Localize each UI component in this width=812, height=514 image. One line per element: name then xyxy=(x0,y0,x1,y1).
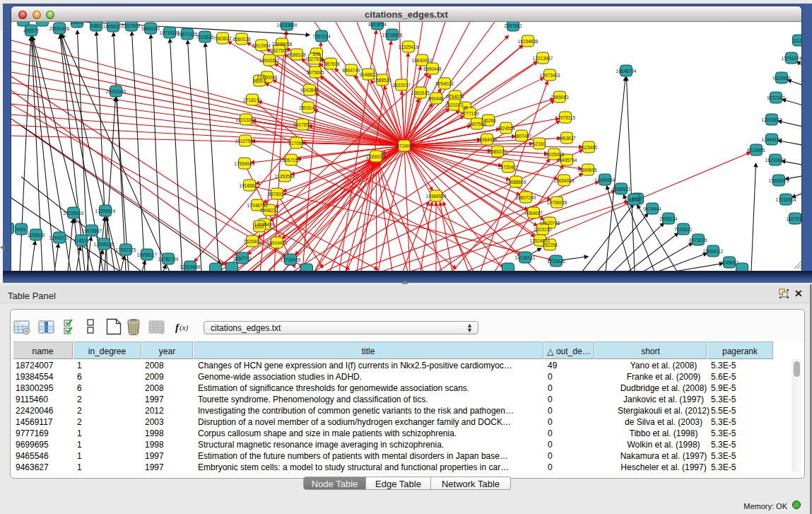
svg-text:546: 546 xyxy=(313,52,321,57)
svg-text:19384554: 19384554 xyxy=(426,194,447,199)
svg-text:7357224: 7357224 xyxy=(312,34,331,39)
svg-text:16210643: 16210643 xyxy=(765,158,786,163)
svg-text:20053346: 20053346 xyxy=(106,89,126,94)
svg-text:3822037: 3822037 xyxy=(392,83,411,88)
svg-text:11353594: 11353594 xyxy=(275,174,295,179)
svg-text:19975887: 19975887 xyxy=(82,228,102,233)
svg-text:8878334: 8878334 xyxy=(268,192,286,197)
svg-text:8427552: 8427552 xyxy=(293,122,312,127)
svg-text:16914479: 16914479 xyxy=(267,240,288,245)
svg-text:10025488: 10025488 xyxy=(544,152,565,157)
svg-text:20206516: 20206516 xyxy=(64,211,84,216)
svg-text:8454749: 8454749 xyxy=(342,68,360,73)
svg-text:19166827: 19166827 xyxy=(240,183,260,188)
svg-text:1733426: 1733426 xyxy=(547,259,565,264)
svg-text:16671385: 16671385 xyxy=(177,32,198,37)
svg-text:8660128: 8660128 xyxy=(233,37,251,42)
svg-text:17046755: 17046755 xyxy=(247,203,268,208)
svg-text:1588520: 1588520 xyxy=(373,78,392,83)
svg-text:9115460: 9115460 xyxy=(580,145,598,150)
svg-text:7632621: 7632621 xyxy=(674,227,693,232)
svg-text:12505135: 12505135 xyxy=(94,242,114,247)
svg-text:7515526: 7515526 xyxy=(196,35,214,40)
svg-text:9463627: 9463627 xyxy=(558,136,576,141)
svg-text:8938923: 8938923 xyxy=(612,187,630,192)
svg-text:17016504: 17016504 xyxy=(776,197,796,202)
svg-text:17957225: 17957225 xyxy=(116,247,136,252)
svg-text:10654112: 10654112 xyxy=(703,249,724,254)
svg-text:12213369: 12213369 xyxy=(236,117,257,122)
svg-text:15751074: 15751074 xyxy=(782,56,801,61)
svg-text:16033809: 16033809 xyxy=(277,23,298,28)
svg-text:62160: 62160 xyxy=(533,141,546,146)
svg-text:19218506: 19218506 xyxy=(382,33,403,37)
svg-text:2867608: 2867608 xyxy=(322,62,340,66)
svg-text:9327505: 9327505 xyxy=(270,48,288,53)
svg-text:6466160: 6466160 xyxy=(141,26,160,31)
svg-text:23226058: 23226058 xyxy=(272,42,293,47)
svg-text:17559924: 17559924 xyxy=(95,209,116,214)
svg-text:10107552: 10107552 xyxy=(235,139,256,144)
svg-text:15716485: 15716485 xyxy=(281,257,301,262)
svg-text:817006: 817006 xyxy=(288,141,304,146)
svg-text:14409354: 14409354 xyxy=(595,177,616,182)
svg-text:16648794: 16648794 xyxy=(616,69,637,74)
svg-text:9245652: 9245652 xyxy=(720,260,739,265)
svg-text:1362615: 1362615 xyxy=(411,90,430,95)
svg-text:7663822: 7663822 xyxy=(213,36,232,41)
svg-text:12444189: 12444189 xyxy=(762,137,782,142)
svg-text:11123: 11123 xyxy=(792,38,801,43)
svg-text:16640910: 16640910 xyxy=(412,58,433,63)
svg-text:6794028: 6794028 xyxy=(435,81,454,86)
svg-text:9657771: 9657771 xyxy=(233,256,252,261)
svg-text:9084067: 9084067 xyxy=(524,211,543,216)
svg-text:1621072: 1621072 xyxy=(445,103,464,107)
svg-text:990448: 990448 xyxy=(428,96,444,101)
svg-text:8186328: 8186328 xyxy=(288,52,306,57)
svg-text:15720407: 15720407 xyxy=(498,165,519,170)
svg-text:6871: 6871 xyxy=(629,197,640,202)
svg-text:18431: 18431 xyxy=(71,22,83,25)
svg-text:12923448: 12923448 xyxy=(180,264,201,269)
svg-text:9777169: 9777169 xyxy=(461,111,479,116)
svg-text:7485063: 7485063 xyxy=(551,95,569,100)
svg-text:12213967: 12213967 xyxy=(533,56,553,61)
svg-text:(x): (x) xyxy=(180,323,189,332)
svg-text:10120746: 10120746 xyxy=(540,221,560,226)
svg-text:10655267: 10655267 xyxy=(103,24,124,29)
svg-text:9146821: 9146821 xyxy=(359,72,377,77)
svg-text:16543382: 16543382 xyxy=(259,58,280,63)
svg-text:9361: 9361 xyxy=(91,23,102,28)
svg-text:6794028: 6794028 xyxy=(446,94,464,99)
svg-text:1156829: 1156829 xyxy=(28,233,45,238)
svg-text:2935114: 2935114 xyxy=(660,216,678,221)
svg-text:10688609: 10688609 xyxy=(506,180,526,185)
svg-text:9474444: 9474444 xyxy=(643,206,661,211)
svg-text:16782759: 16782759 xyxy=(158,257,179,262)
svg-text:3824554: 3824554 xyxy=(497,126,515,131)
svg-text:98901: 98901 xyxy=(253,78,266,83)
svg-text:18724007: 18724007 xyxy=(394,144,415,148)
svg-text:8912954: 8912954 xyxy=(252,43,271,48)
svg-text:9227342: 9227342 xyxy=(767,95,785,100)
svg-text:8990448: 8990448 xyxy=(423,66,442,71)
svg-text:15692971: 15692971 xyxy=(769,178,789,183)
svg-text:9129966: 9129966 xyxy=(772,76,791,81)
svg-text:20364436: 20364436 xyxy=(477,137,498,142)
svg-text:7886372: 7886372 xyxy=(488,149,507,154)
svg-text:15495794: 15495794 xyxy=(557,158,577,163)
svg-text:5061: 5061 xyxy=(16,227,27,232)
svg-text:1615152: 1615152 xyxy=(534,227,552,232)
svg-text:8498222: 8498222 xyxy=(260,208,278,213)
svg-text:2087682: 2087682 xyxy=(504,23,522,28)
svg-text:11325419: 11325419 xyxy=(399,45,419,49)
svg-text:252254: 252254 xyxy=(542,243,558,247)
svg-text:2718170: 2718170 xyxy=(243,98,261,103)
svg-text:3157: 3157 xyxy=(254,224,265,229)
svg-text:1167533: 1167533 xyxy=(787,216,801,221)
svg-text:12093872: 12093872 xyxy=(762,117,782,122)
svg-text:17654943: 17654943 xyxy=(235,161,255,166)
svg-text:20691406: 20691406 xyxy=(49,26,70,31)
svg-text:746266: 746266 xyxy=(481,118,496,123)
svg-text:7625402: 7625402 xyxy=(243,239,261,244)
